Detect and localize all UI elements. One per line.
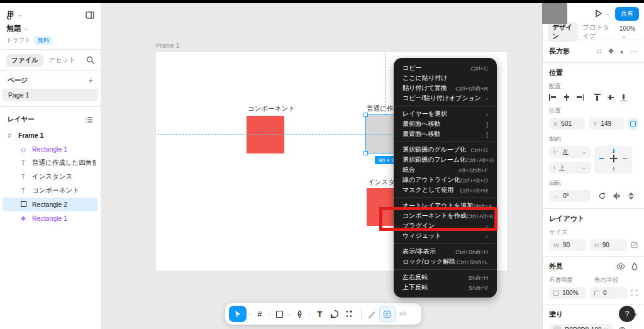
code-view-button[interactable]: </> bbox=[396, 306, 411, 322]
corner-radius-field[interactable]: 0 bbox=[590, 287, 627, 299]
move-tool-button[interactable] bbox=[229, 306, 247, 322]
chevron-down-icon[interactable]: ⌄ bbox=[24, 26, 28, 31]
menu-item-show-hide[interactable]: 表示/非表示Ctrl+Shift+H bbox=[394, 247, 497, 257]
chevron-down-icon[interactable]: ⌄ bbox=[247, 311, 251, 316]
create-component-icon[interactable]: ❖ bbox=[608, 47, 614, 55]
layer-row-text-normal[interactable]: T 普通に作成した四角形 bbox=[0, 156, 101, 170]
layer-row-text-component[interactable]: T コンポーネント bbox=[0, 184, 101, 198]
help-button[interactable]: ? bbox=[619, 306, 635, 322]
align-left-icon[interactable] bbox=[549, 94, 557, 101]
flip-vertical-icon[interactable] bbox=[627, 192, 635, 200]
menu-item-paste-options[interactable]: コピー/貼り付けオプション› bbox=[394, 93, 497, 103]
layer-row-frame1[interactable]: # Frame 1 bbox=[0, 128, 101, 142]
menu-item-copy[interactable]: コピーCtrl+C bbox=[394, 63, 497, 73]
fill-color-row[interactable]: D9D9D9 100 % bbox=[549, 324, 613, 329]
align-v-center-icon[interactable] bbox=[607, 94, 615, 101]
section-fill-header: 塗り bbox=[549, 309, 563, 319]
align-top-icon[interactable] bbox=[594, 94, 602, 101]
menu-item-flip-horizontal[interactable]: 左右反転Shift+H bbox=[394, 272, 497, 282]
vertical-constraint-select[interactable]: I 上 ⌄ bbox=[549, 162, 591, 174]
chevron-down-icon: ⌄ bbox=[582, 149, 586, 155]
rectangle-tool-icon bbox=[276, 311, 283, 318]
menu-item-paste-here[interactable]: ここに貼り付け bbox=[394, 73, 497, 83]
constraints-widget[interactable] bbox=[594, 146, 632, 174]
tab-file[interactable]: ファイル bbox=[6, 54, 43, 67]
draw-tools-button[interactable] bbox=[365, 306, 379, 322]
layer-row-rectangle2-selected[interactable]: Rectangle 2 bbox=[3, 198, 98, 211]
actions-button[interactable] bbox=[342, 306, 357, 322]
frame-tool-button[interactable]: # bbox=[253, 306, 267, 322]
chevron-down-icon[interactable]: ⌄ bbox=[308, 311, 311, 316]
selection-handle-topleft[interactable] bbox=[364, 113, 368, 117]
menu-item-frame-selection[interactable]: 選択範囲のフレーム化Ctrl+Alt+G bbox=[394, 155, 497, 165]
size-label: サイズ bbox=[549, 228, 638, 237]
independent-corners-icon[interactable] bbox=[631, 289, 638, 297]
page-item[interactable]: Page 1 bbox=[3, 89, 98, 101]
menu-item-flip-vertical[interactable]: 上下反転Shift+V bbox=[394, 282, 497, 293]
menu-item-group-selection[interactable]: 選択範囲のグループ化Ctrl+G bbox=[394, 145, 497, 155]
fill-color-swatch[interactable] bbox=[553, 326, 561, 329]
layer-list-options-icon[interactable] bbox=[85, 116, 93, 123]
height-field[interactable]: H90 bbox=[590, 239, 627, 251]
menu-item-paste-replace[interactable]: 貼り付けて置換Ctrl+Shift+R bbox=[394, 83, 497, 93]
layer-row-instance-rect[interactable]: ◇ Rectangle 1 bbox=[0, 142, 101, 156]
canvas-text-component[interactable]: コンポーネント bbox=[248, 104, 295, 113]
present-play-icon[interactable] bbox=[594, 9, 603, 18]
corner-radius-label: 角の半径 bbox=[594, 276, 618, 284]
align-bottom-icon[interactable] bbox=[620, 94, 628, 101]
layer-row-text-instance[interactable]: T インスタンス bbox=[0, 170, 101, 184]
document-title[interactable]: 無題 bbox=[6, 23, 21, 34]
menu-item-use-as-mask[interactable]: マスクとして使用Ctrl+Alt+M bbox=[394, 185, 497, 195]
chevron-down-icon[interactable]: ⌄ bbox=[287, 311, 291, 316]
share-button[interactable]: 共有 bbox=[615, 7, 639, 21]
aspect-ratio-lock-icon[interactable] bbox=[631, 241, 638, 249]
frame-title-label[interactable]: Frame 1 bbox=[156, 42, 179, 49]
component-grid-icon[interactable]: ∷ bbox=[597, 47, 601, 55]
dev-mode-toggle[interactable] bbox=[379, 306, 396, 322]
eye-icon[interactable] bbox=[616, 263, 625, 270]
menu-item-widgets[interactable]: ウィジェット› bbox=[394, 231, 497, 241]
tab-assets[interactable]: アセット bbox=[43, 54, 80, 67]
absolute-position-toggle[interactable] bbox=[628, 118, 638, 130]
search-icon[interactable] bbox=[86, 56, 94, 64]
mask-icon[interactable]: ◐ bbox=[620, 48, 625, 55]
blend-droplet-icon[interactable] bbox=[631, 262, 638, 270]
menu-item-lock-unlock[interactable]: ロック/ロック解除Ctrl+Shift+L bbox=[394, 257, 497, 267]
menu-item-outline-stroke[interactable]: 線のアウトライン化Ctrl+Alt+O bbox=[394, 175, 497, 185]
fill-visibility-eye-icon[interactable] bbox=[618, 326, 626, 329]
question-mark-icon: ? bbox=[625, 309, 630, 318]
rotation-field[interactable]: ∟0° bbox=[549, 190, 591, 202]
flip-horizontal-icon[interactable] bbox=[613, 192, 621, 200]
pen-tool-button[interactable] bbox=[293, 306, 307, 322]
rotate-icon[interactable] bbox=[598, 192, 606, 200]
tab-design[interactable]: デザイン bbox=[548, 22, 578, 42]
more-options-icon[interactable]: ⋯ bbox=[631, 47, 638, 55]
comment-tool-button[interactable] bbox=[327, 306, 342, 322]
horizontal-constraint-select[interactable]: ⊢ 左 ⌄ bbox=[549, 146, 591, 158]
document-location: ドラフト bbox=[6, 36, 31, 45]
width-field[interactable]: W90 bbox=[549, 239, 586, 251]
menu-item-bring-to-front[interactable]: 最前面へ移動] bbox=[394, 119, 497, 129]
zoom-level-dropdown[interactable]: 100% ⌄ bbox=[619, 25, 639, 39]
selection-handle-bottomleft[interactable] bbox=[364, 151, 368, 155]
shape-tool-button[interactable] bbox=[273, 306, 287, 322]
add-page-button[interactable]: + bbox=[88, 77, 93, 85]
selected-object-title: 長方形 bbox=[549, 47, 570, 56]
remove-fill-button[interactable]: − bbox=[634, 326, 638, 329]
toggle-panel-icon[interactable] bbox=[86, 11, 94, 19]
menu-item-send-to-back[interactable]: 最背面へ移動[ bbox=[394, 129, 497, 139]
align-h-center-icon[interactable] bbox=[562, 94, 570, 101]
x-position-field[interactable]: X501 bbox=[549, 118, 585, 130]
layer-row-component-rect[interactable]: ❖ Rectangle 1 bbox=[0, 211, 101, 225]
chevron-down-icon[interactable]: ⌄ bbox=[267, 311, 271, 316]
chevron-down-icon[interactable]: ⌄ bbox=[606, 11, 610, 16]
align-right-icon[interactable] bbox=[575, 94, 584, 101]
component-red-square[interactable] bbox=[247, 116, 284, 153]
menu-item-union[interactable]: 統合Alt+Shift+F bbox=[394, 165, 497, 175]
opacity-field[interactable]: 100% bbox=[549, 287, 586, 299]
y-position-field[interactable]: Y149 bbox=[589, 118, 625, 130]
text-tool-button[interactable]: T bbox=[313, 306, 327, 322]
menu-item-select-layer[interactable]: レイヤーを選択› bbox=[394, 109, 497, 119]
main-menu-button[interactable]: ⌄ bbox=[6, 11, 22, 20]
tab-prototype[interactable]: プロトタイプ bbox=[578, 22, 619, 42]
